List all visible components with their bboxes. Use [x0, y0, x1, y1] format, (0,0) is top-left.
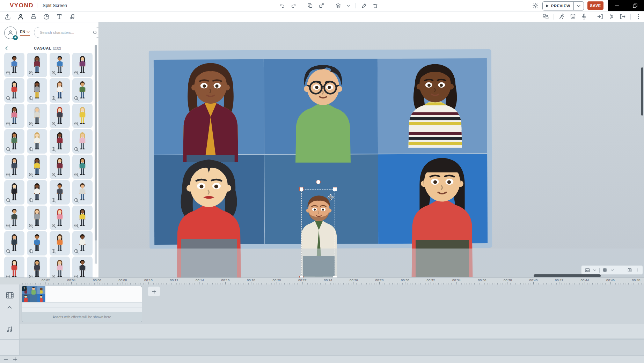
character-thumbnail[interactable]: [27, 104, 47, 128]
character-thumbnail[interactable]: [27, 257, 47, 277]
character-thumbnail[interactable]: [72, 257, 93, 277]
preview-zoom-icon[interactable]: [28, 96, 34, 101]
character-thumbnail[interactable]: [50, 155, 70, 179]
preview-zoom-icon[interactable]: [51, 121, 57, 127]
preview-zoom-icon[interactable]: [74, 172, 79, 178]
canvas-vertical-scrollbar[interactable]: [641, 67, 643, 116]
camera-view-icon[interactable]: [585, 267, 590, 273]
effect-row[interactable]: [22, 307, 142, 312]
preview-zoom-icon[interactable]: [51, 96, 57, 101]
preview-zoom-icon[interactable]: [6, 249, 11, 254]
video-track-icon[interactable]: [5, 291, 14, 300]
preview-zoom-icon[interactable]: [6, 70, 11, 76]
preview-zoom-icon[interactable]: [28, 274, 34, 277]
charts-tab-icon[interactable]: [43, 13, 50, 20]
rotation-handle[interactable]: [316, 180, 321, 184]
character-thumbnail[interactable]: [4, 155, 24, 179]
character-thumbnail[interactable]: [50, 104, 70, 128]
preview-zoom-icon[interactable]: [28, 147, 34, 152]
preview-zoom-icon[interactable]: [74, 249, 79, 254]
zoom-in-icon[interactable]: [635, 268, 639, 272]
preview-zoom-icon[interactable]: [51, 223, 57, 229]
preview-zoom-icon[interactable]: [74, 121, 79, 127]
character-thumbnail[interactable]: [72, 206, 93, 230]
redo-icon[interactable]: [291, 3, 297, 9]
preview-zoom-icon[interactable]: [51, 70, 57, 76]
scene-1-thumbnail[interactable]: 1: [22, 286, 45, 302]
preview-zoom-icon[interactable]: [6, 96, 11, 101]
character-thumbnail[interactable]: [50, 257, 70, 277]
preview-zoom-icon[interactable]: [74, 70, 79, 76]
preview-zoom-icon[interactable]: [51, 198, 57, 203]
character-thumbnail[interactable]: [4, 231, 24, 255]
stage-canvas[interactable]: [98, 22, 644, 277]
character-thumbnail[interactable]: [4, 257, 24, 277]
character-thumbnail[interactable]: [50, 53, 70, 77]
create-character-button[interactable]: +: [4, 27, 17, 40]
dialog-mic-icon[interactable]: [581, 13, 587, 20]
character-thumbnail[interactable]: [72, 155, 93, 179]
action-icon[interactable]: [558, 13, 565, 20]
layers-icon[interactable]: [335, 3, 341, 9]
search-icon[interactable]: [93, 30, 98, 35]
camera-chevron-down-icon[interactable]: [593, 268, 597, 272]
character-thumbnail[interactable]: [72, 180, 93, 205]
grid-toggle-icon[interactable]: [602, 267, 608, 273]
scene-1-block[interactable]: 1 Assets with effects will be shown here: [22, 286, 142, 322]
preview-zoom-icon[interactable]: [6, 147, 11, 152]
character-thumbnail[interactable]: [4, 206, 24, 230]
layers-chevron-down-icon[interactable]: [346, 4, 350, 8]
timeline-zoom-out-icon[interactable]: [3, 357, 8, 362]
preview-zoom-icon[interactable]: [74, 274, 79, 277]
character-thumbnail[interactable]: [72, 104, 93, 128]
timeline-zoom-in-icon[interactable]: [13, 357, 18, 362]
search-input[interactable]: [39, 30, 93, 35]
stage-character[interactable]: [287, 61, 359, 163]
character-thumbnail[interactable]: [4, 104, 24, 128]
character-thumbnail[interactable]: [72, 129, 93, 154]
preview-zoom-icon[interactable]: [51, 274, 57, 277]
window-restore-icon[interactable]: [626, 0, 644, 11]
preview-zoom-icon[interactable]: [6, 172, 11, 178]
preview-zoom-icon[interactable]: [51, 172, 57, 178]
preview-button[interactable]: PREVIEW: [542, 1, 584, 10]
character-thumbnail[interactable]: [4, 78, 24, 103]
sidebar-scrollbar-thumb[interactable]: [95, 45, 97, 240]
sidebar-scrollbar-thumb-end[interactable]: [95, 264, 97, 277]
character-thumbnail[interactable]: [4, 129, 24, 154]
preview-zoom-icon[interactable]: [28, 121, 34, 127]
character-thumbnail[interactable]: [27, 53, 47, 77]
effect-row[interactable]: [22, 302, 142, 307]
props-tab-icon[interactable]: [30, 13, 37, 20]
character-thumbnail[interactable]: [50, 231, 70, 255]
character-thumbnail[interactable]: [27, 180, 47, 205]
stage-character[interactable]: [400, 59, 470, 148]
save-button[interactable]: SAVE: [587, 1, 603, 10]
text-tab-icon[interactable]: [56, 13, 63, 20]
audio-track-icon[interactable]: [6, 326, 14, 333]
preview-zoom-icon[interactable]: [74, 147, 79, 152]
character-thumbnail[interactable]: [27, 155, 47, 179]
replace-icon[interactable]: [542, 13, 549, 20]
motion-effect-icon[interactable]: [608, 13, 615, 20]
character-thumbnail[interactable]: [50, 78, 70, 103]
character-thumbnail[interactable]: [72, 53, 93, 77]
zoom-out-icon[interactable]: [620, 268, 624, 272]
enter-effect-icon[interactable]: [597, 13, 603, 20]
undo-icon[interactable]: [279, 3, 285, 9]
character-tab-icon[interactable]: [17, 13, 24, 20]
character-thumbnail[interactable]: [4, 53, 24, 77]
preview-zoom-icon[interactable]: [51, 249, 57, 254]
timeline-ruler[interactable]: 00:0200:0400:0600:0800:1000:1200:1400:16…: [0, 277, 644, 285]
resize-handle-ne[interactable]: [333, 187, 337, 191]
canvas-horizontal-scrollbar[interactable]: [534, 274, 601, 277]
character-thumbnail[interactable]: [72, 78, 93, 103]
preview-zoom-icon[interactable]: [28, 70, 34, 76]
character-thumbnail[interactable]: [27, 78, 47, 103]
grid-chevron-down-icon[interactable]: [610, 268, 614, 272]
character-thumbnail[interactable]: [27, 206, 47, 230]
character-thumbnail[interactable]: [50, 206, 70, 230]
audio-row[interactable]: [20, 331, 644, 338]
copy-icon[interactable]: [307, 3, 313, 9]
character-thumbnail[interactable]: [27, 129, 47, 154]
